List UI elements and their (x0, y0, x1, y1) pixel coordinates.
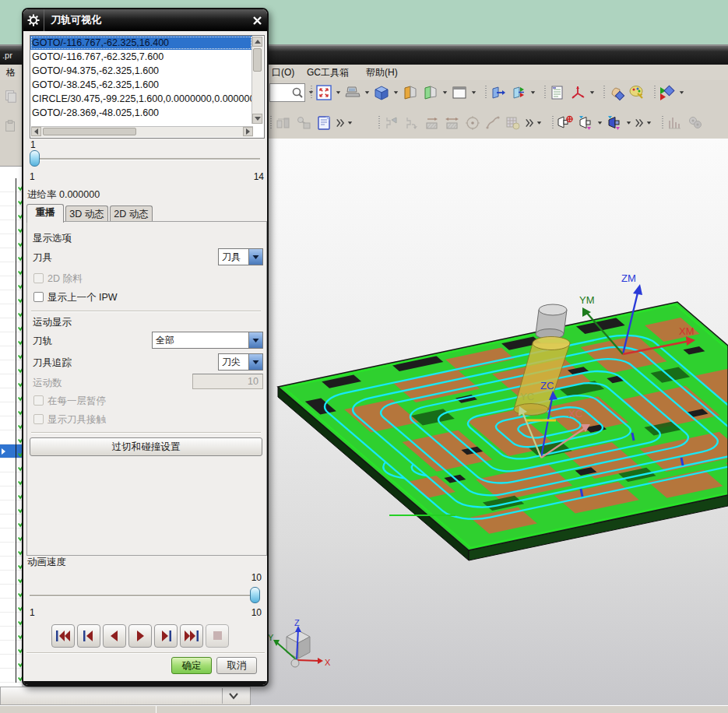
navigator-row[interactable] (0, 332, 22, 346)
navigator-row[interactable] (0, 613, 22, 627)
dropdown-caret-icon[interactable] (645, 113, 653, 133)
list-item[interactable]: GOTO/-28.369,-48.025,1.600 (30, 106, 252, 120)
speed-slider-thumb[interactable] (250, 587, 260, 603)
navigator-row[interactable] (0, 178, 22, 192)
filter-crosshair-icon[interactable] (555, 113, 575, 133)
operation-navigator[interactable] (0, 166, 22, 713)
detail-filter-icon[interactable] (604, 113, 624, 133)
chevron-down-icon[interactable] (248, 249, 262, 265)
hscroll-thumb[interactable] (43, 128, 136, 135)
toolpath-display-icon[interactable] (382, 113, 402, 133)
dropdown-caret-icon[interactable] (677, 83, 686, 103)
shaded-view-icon[interactable] (371, 83, 392, 103)
navigator-row[interactable] (0, 543, 22, 557)
gouge-check-button[interactable]: 过切和碰撞设置 (30, 437, 262, 456)
section-view-icon[interactable] (400, 83, 420, 103)
navigator-row[interactable] (0, 486, 22, 501)
fit-view-icon[interactable] (314, 83, 334, 103)
list-item[interactable]: GOTO/-116.767,-62.325,7.600 (30, 50, 252, 64)
go-to-start-button[interactable] (51, 624, 75, 648)
navigator-row[interactable] (0, 515, 22, 529)
tool-track-dropdown[interactable]: 刀尖 (218, 353, 263, 371)
play-forward-button[interactable] (128, 624, 152, 648)
dropdown-caret-icon[interactable] (588, 83, 596, 103)
navigator-row[interactable] (0, 248, 22, 262)
progress-slider[interactable] (30, 149, 260, 170)
dialog-titlebar[interactable]: 刀轨可视化 (23, 9, 267, 31)
gear-icon[interactable] (23, 9, 44, 31)
navigator-row[interactable] (0, 304, 22, 318)
navigator-row[interactable] (0, 641, 22, 655)
list-item[interactable]: GOTO/-38.245,-62.325,1.600 (30, 78, 252, 92)
list-item[interactable]: CIRCLE/30.475,-99.225,1.600,0.0000000,0.… (30, 92, 252, 106)
navigator-row[interactable] (0, 557, 22, 571)
scroll-left-icon[interactable] (31, 127, 41, 136)
machine-sim-icon[interactable] (685, 113, 705, 133)
feed-display-icon[interactable] (422, 113, 442, 133)
feed-range-icon[interactable] (442, 113, 462, 133)
horizontal-scrollbar[interactable] (31, 126, 253, 137)
window-display-icon[interactable] (449, 83, 470, 103)
dropdown-caret-icon[interactable] (529, 83, 537, 103)
navigator-row[interactable] (0, 192, 22, 206)
navigator-row[interactable] (0, 501, 22, 515)
clip-section-icon[interactable] (420, 83, 441, 103)
toolbar-overflow-icon[interactable] (334, 113, 346, 133)
navigator-row[interactable] (0, 220, 22, 234)
view-triad[interactable]: Z Y X (268, 618, 331, 667)
chevron-down-icon[interactable] (248, 332, 262, 348)
go-to-end-button[interactable] (180, 624, 203, 648)
list-item[interactable]: GOTO/-116.767,-62.325,16.400 (30, 36, 252, 50)
display-mode-icon[interactable] (343, 83, 363, 103)
scroll-right-icon[interactable] (243, 127, 253, 136)
wcs-orient-icon[interactable] (568, 83, 588, 103)
chevron-down-icon[interactable] (248, 354, 262, 370)
navigator-row[interactable] (0, 360, 22, 374)
cancel-button[interactable]: 取消 (216, 657, 257, 674)
navigator-row[interactable] (0, 388, 22, 402)
vertical-scrollbar[interactable] (251, 37, 263, 124)
fixture-icon[interactable] (273, 113, 294, 133)
list-item[interactable]: GOTO/-94.375,-62.325,1.600 (30, 64, 252, 78)
menu-gc-toolbox[interactable]: GC工具箱 (307, 66, 349, 79)
copy-icon[interactable] (1, 86, 21, 107)
toolpath-dropdown[interactable]: 全部 (152, 332, 263, 349)
navigator-row[interactable] (0, 430, 22, 444)
dropdown-caret-icon[interactable] (334, 83, 343, 103)
navigator-row[interactable] (0, 655, 22, 669)
navigator-row[interactable] (0, 318, 22, 332)
navigator-row[interactable] (0, 458, 22, 472)
navigator-row[interactable] (0, 402, 22, 416)
shop-docs-icon[interactable] (314, 113, 334, 133)
menu-help[interactable]: 帮助(H) (366, 66, 398, 79)
object-display-icon[interactable] (657, 83, 677, 103)
step-back-button[interactable] (77, 624, 100, 648)
dropdown-caret-icon[interactable] (535, 113, 543, 133)
toolpath-replay-icon[interactable] (402, 113, 422, 133)
command-search-input[interactable] (269, 83, 305, 102)
play-reverse-button[interactable] (103, 624, 126, 648)
close-icon[interactable] (247, 9, 267, 31)
grid-palette-icon[interactable] (503, 113, 523, 133)
show-plane-icon[interactable] (488, 83, 508, 103)
step-forward-button[interactable] (154, 624, 178, 648)
dropdown-caret-icon[interactable] (441, 83, 449, 103)
tab-2d-dynamic[interactable]: 2D 动态 (110, 205, 153, 223)
navigator-row[interactable] (0, 444, 22, 458)
dropdown-caret-icon[interactable] (624, 113, 633, 133)
information-list-icon[interactable] (547, 83, 568, 103)
navigator-row[interactable] (0, 234, 22, 248)
expand-panel-button[interactable] (222, 688, 244, 704)
curve-display-icon[interactable] (483, 113, 503, 133)
navigator-row[interactable] (0, 346, 22, 360)
navigator-row[interactable] (0, 206, 22, 220)
navigator-row[interactable] (0, 472, 22, 486)
selection-hand-icon[interactable] (607, 83, 627, 103)
navigator-row[interactable] (0, 529, 22, 543)
navigator-row[interactable] (0, 585, 22, 599)
paste-icon[interactable] (1, 116, 21, 136)
navigator-row[interactable] (0, 290, 22, 304)
reverse-plane-icon[interactable] (508, 83, 529, 103)
tool-display-dropdown[interactable]: 刀具 (218, 248, 263, 265)
tab-3d-dynamic[interactable]: 3D 动态 (65, 205, 108, 223)
